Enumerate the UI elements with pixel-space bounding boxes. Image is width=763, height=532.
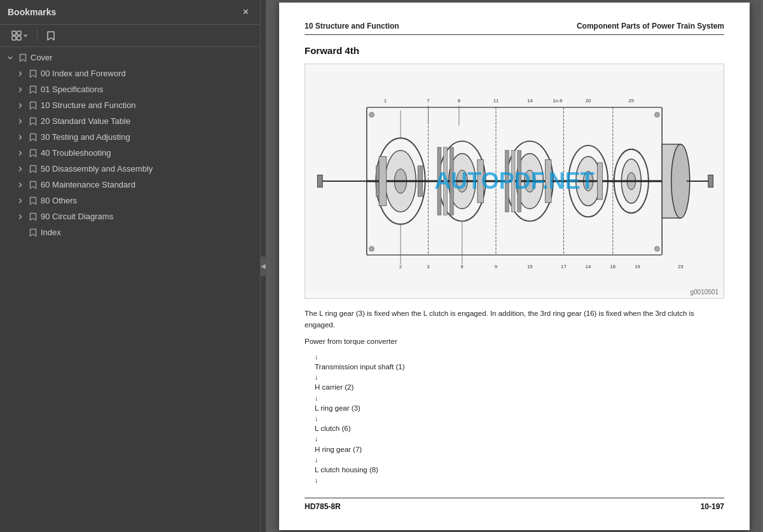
chevron-right-icon	[15, 182, 25, 188]
flow-arrow-5: ↓	[315, 435, 724, 443]
bookmark-view-button[interactable]	[43, 29, 59, 43]
chevron-right-icon	[15, 71, 25, 77]
flow-item-3: L ring gear (3)	[315, 403, 724, 414]
chevron-right-icon	[15, 214, 25, 220]
svg-text:11: 11	[493, 98, 499, 104]
svg-point-57	[369, 112, 375, 117]
chevron-right-icon	[15, 134, 25, 140]
svg-rect-3	[17, 36, 21, 40]
svg-point-59	[655, 112, 660, 117]
bookmark-label-ch40: 40 Troubleshooting	[41, 148, 255, 158]
svg-rect-0	[12, 31, 16, 35]
svg-text:7: 7	[427, 98, 429, 104]
bookmark-list: Cover 00 Index and Foreword 01 Specifica…	[0, 47, 260, 532]
bookmark-label-ch50: 50 Disassembly and Assembly	[41, 164, 255, 174]
svg-rect-61	[379, 156, 387, 205]
sidebar: Bookmarks ×	[0, 0, 261, 532]
svg-rect-68	[505, 150, 509, 212]
page-header-section: 10 Structure and Function	[305, 22, 399, 31]
svg-text:15: 15	[527, 264, 533, 269]
close-button[interactable]: ×	[239, 5, 252, 19]
svg-text:6: 6	[461, 264, 464, 269]
bookmark-item-ch50[interactable]: 50 Disassembly and Assembly	[0, 161, 260, 177]
flow-arrow-3: ↓	[315, 394, 724, 402]
bookmark-item-ch10[interactable]: 10 Structure and Function	[0, 97, 260, 113]
expand-all-button[interactable]	[8, 29, 32, 43]
svg-rect-6	[317, 175, 322, 187]
flow-item-2: H carrier (2)	[315, 382, 724, 393]
page-header-title: Component Parts of Power Train System	[577, 22, 724, 31]
bookmark-icon	[28, 101, 38, 110]
description-text: The L ring gear (3) is fixed when the L …	[305, 308, 724, 331]
bookmark-label-ch00: 00 Index and Foreword	[41, 69, 255, 78]
svg-rect-33	[708, 175, 713, 187]
page-header: 10 Structure and Function Component Part…	[305, 22, 724, 35]
flow-arrow-4: ↓	[315, 414, 724, 423]
svg-rect-70	[518, 150, 521, 212]
bookmark-label-index: Index	[41, 228, 255, 237]
svg-rect-64	[598, 162, 603, 199]
bookmark-label-ch60: 60 Maintenance Standard	[41, 180, 255, 189]
chevron-right-icon	[15, 118, 25, 125]
svg-point-58	[369, 246, 375, 251]
svg-text:19: 19	[635, 264, 640, 269]
svg-rect-67	[450, 147, 453, 214]
svg-text:9: 9	[495, 264, 497, 269]
bookmark-icon	[28, 133, 38, 142]
chevron-right-icon	[15, 102, 25, 109]
svg-text:25: 25	[629, 98, 635, 104]
svg-text:14: 14	[586, 264, 591, 269]
bookmark-icon	[28, 196, 38, 205]
expand-icon	[11, 31, 22, 41]
flow-arrow-1: ↓	[315, 353, 724, 361]
chevron-right-icon	[15, 150, 25, 156]
bookmark-label-ch90: 90 Circuit Diagrams	[41, 212, 255, 221]
bookmark-item-ch40[interactable]: 40 Troubleshooting	[0, 145, 260, 161]
panel-splitter[interactable]: ◀	[261, 0, 266, 532]
bookmark-item-ch60[interactable]: 60 Maintenance Standard	[0, 177, 260, 193]
bookmark-item-ch20[interactable]: 20 Standard Value Table	[0, 113, 260, 129]
bookmark-icon	[28, 69, 38, 78]
flow-item-5: H ring gear (7)	[315, 444, 724, 455]
svg-rect-65	[437, 147, 441, 214]
chevron-down-small-icon	[23, 33, 28, 38]
toolbar-separator	[37, 29, 38, 42]
svg-text:1: 1	[384, 98, 387, 104]
technical-diagram-svg: 1 7 8 11 14 1n.8 20 25 2 3 6 9 15 17 14	[305, 64, 724, 298]
bookmark-label-ch80: 80 Others	[41, 196, 255, 205]
bookmark-icon	[18, 53, 28, 62]
page-view: 10 Structure and Function Component Part…	[279, 3, 750, 530]
bookmark-item-cover[interactable]: Cover	[0, 50, 260, 65]
bookmark-item-ch01[interactable]: 01 Specifications	[0, 81, 260, 97]
bookmark-item-ch00[interactable]: 00 Index and Foreword	[0, 65, 260, 81]
bookmark-label-ch20: 20 Standard Value Table	[41, 116, 255, 126]
model-number: HD785-8R	[305, 502, 341, 511]
diagram-image: 1 7 8 11 14 1n.8 20 25 2 3 6 9 15 17 14	[305, 64, 724, 298]
svg-text:3: 3	[427, 264, 429, 269]
bookmark-label-ch01: 01 Specifications	[41, 85, 255, 94]
splitter-arrow: ◀	[261, 256, 266, 276]
section-title: Forward 4th	[305, 45, 724, 56]
flow-arrow-2: ↓	[315, 373, 724, 381]
sidebar-toolbar	[0, 25, 260, 47]
svg-rect-66	[444, 147, 448, 214]
bookmark-item-index[interactable]: Index	[0, 224, 260, 240]
bookmark-item-ch90[interactable]: 90 Circuit Diagrams	[0, 208, 260, 224]
flow-arrow-6: ↓	[315, 456, 724, 464]
svg-text:20: 20	[586, 98, 591, 104]
bookmark-icon	[28, 165, 38, 174]
bookmark-item-ch30[interactable]: 30 Testing and Adjusting	[0, 129, 260, 145]
chevron-right-icon	[15, 166, 25, 172]
svg-text:8: 8	[458, 98, 460, 104]
svg-text:1n.8: 1n.8	[553, 98, 562, 104]
chevron-right-icon	[15, 198, 25, 204]
bookmark-label-cover: Cover	[31, 53, 255, 62]
bookmark-icon	[28, 212, 38, 221]
main-content: 10 Structure and Function Component Part…	[266, 0, 763, 532]
svg-text:14: 14	[527, 98, 533, 104]
bookmark-label-ch30: 30 Testing and Adjusting	[41, 132, 255, 142]
bookmark-item-ch80[interactable]: 80 Others	[0, 193, 260, 208]
chevron-down-icon	[5, 55, 15, 61]
bookmark-icon	[28, 181, 38, 189]
chevron-left-icon: ◀	[261, 263, 266, 269]
